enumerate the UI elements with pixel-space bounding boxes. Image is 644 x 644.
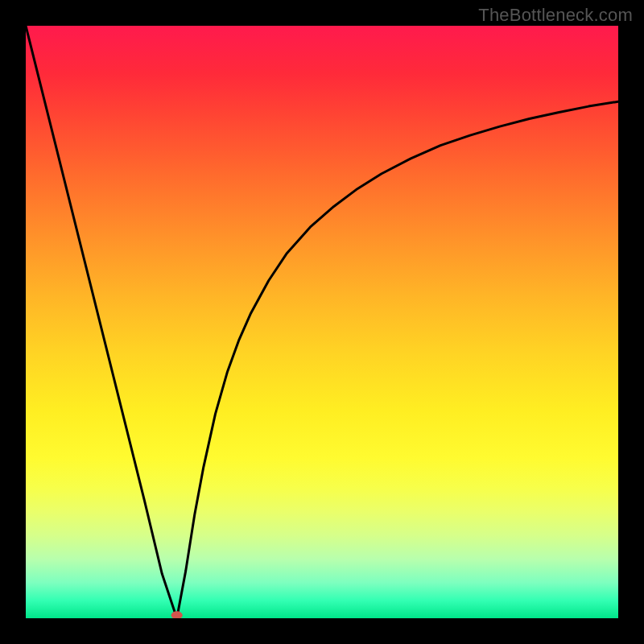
minimum-marker <box>171 611 183 618</box>
chart-frame: TheBottleneck.com <box>0 0 644 644</box>
bottleneck-curve-left <box>26 26 177 618</box>
bottleneck-curve-right <box>177 101 618 618</box>
plot-area <box>26 26 618 618</box>
watermark-text: TheBottleneck.com <box>478 5 633 26</box>
chart-svg <box>26 26 618 618</box>
